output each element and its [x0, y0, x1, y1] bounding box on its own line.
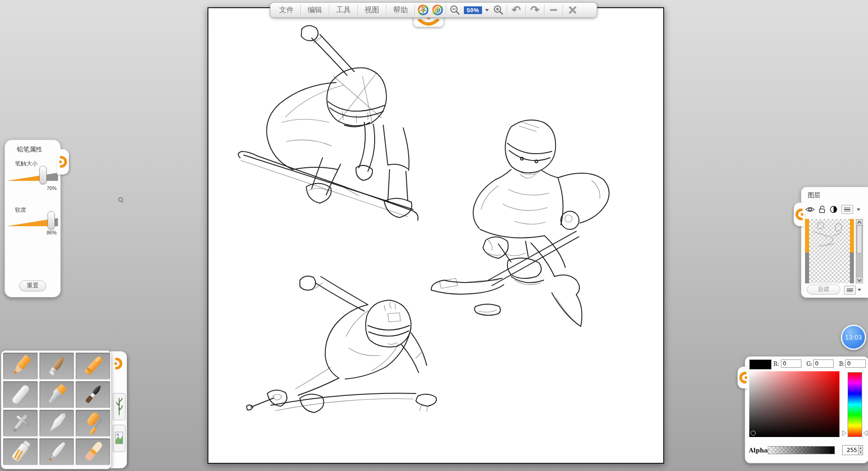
tool-palette-knife[interactable]	[39, 410, 74, 437]
blend-half-circle-icon[interactable]	[829, 205, 838, 214]
texture-preview-button[interactable]	[113, 425, 125, 452]
chevron-down-icon[interactable]	[857, 209, 860, 211]
tool-crayon[interactable]	[76, 353, 110, 379]
saturation-value-picker[interactable]	[749, 371, 839, 437]
layer-scrollbar[interactable]	[856, 219, 863, 283]
menu-tools[interactable]: 工具	[330, 3, 357, 17]
menu-view[interactable]: 视图	[359, 3, 385, 17]
wood-brush-icon	[39, 353, 74, 379]
undo-icon[interactable]: ↶	[508, 3, 525, 17]
tool-ink-pen[interactable]	[76, 381, 110, 408]
airbrush-icon	[3, 410, 38, 437]
visibility-eye-icon[interactable]	[805, 206, 815, 213]
tool-round-brush[interactable]	[39, 438, 74, 465]
softness-label: 软度	[15, 206, 26, 214]
globe-grid-icon[interactable]	[432, 3, 444, 17]
flat-brush-icon	[39, 382, 74, 408]
bamboo-icon	[115, 397, 123, 417]
tool-eraser[interactable]	[76, 438, 110, 465]
orange-handle-icon	[58, 155, 68, 168]
lock-icon[interactable]	[819, 205, 826, 214]
tool-pencil[interactable]	[3, 353, 38, 379]
layer-thumbnail[interactable]	[809, 219, 850, 283]
paint-tube-icon	[3, 439, 38, 465]
color-wheel-person-icon[interactable]	[417, 3, 429, 17]
close-icon[interactable]	[564, 3, 581, 17]
color-cursor-icon	[751, 431, 756, 436]
tool-wood-brush[interactable]	[39, 353, 74, 379]
zoom-level-value[interactable]: 50%	[464, 6, 482, 14]
white-stick-icon	[3, 382, 38, 408]
brush-size-slider-handle[interactable]	[39, 166, 47, 184]
hue-slider[interactable]	[848, 372, 862, 437]
sketch-sliding-athlete	[246, 276, 436, 413]
chevron-down-icon[interactable]	[858, 289, 861, 291]
scrollbar-thumb[interactable]	[857, 225, 862, 253]
new-layer-button[interactable]: 新建	[807, 285, 840, 295]
layer-menu-icon[interactable]	[841, 205, 853, 214]
menu-edit[interactable]: 编辑	[302, 3, 328, 17]
clock-time: 13:03	[845, 334, 862, 341]
orange-handle-icon[interactable]	[113, 357, 124, 370]
toolbar-separator	[563, 5, 563, 15]
blue-field[interactable]	[845, 359, 866, 368]
color-picker-panel: R: G: B: Alpha ▲ ▼	[745, 356, 868, 463]
alpha-gradient	[768, 447, 834, 454]
menu-help[interactable]: 帮助	[387, 3, 414, 17]
red-field[interactable]	[781, 359, 801, 368]
layer-bar-inactive	[805, 252, 809, 283]
layer-list	[805, 219, 863, 283]
palette-side-strip	[111, 351, 127, 468]
panel-title: 铅笔属性	[17, 146, 42, 154]
sketch-artwork	[208, 8, 663, 463]
menu-file[interactable]: 文件	[273, 3, 299, 17]
reset-button[interactable]: 重置	[19, 281, 46, 291]
panel-collapse-tab[interactable]	[738, 367, 748, 388]
scroll-up-icon[interactable]	[856, 219, 863, 225]
softness-slider-handle[interactable]	[48, 211, 55, 229]
drawing-canvas[interactable]	[207, 7, 664, 464]
main-toolbar: 文件 编辑 工具 视图 帮助 50%	[270, 2, 597, 18]
red-label: R:	[773, 361, 779, 367]
minimize-icon[interactable]	[545, 3, 562, 17]
zoom-out-icon[interactable]	[447, 3, 463, 17]
alpha-marker-icon[interactable]	[829, 450, 834, 454]
tool-paint-tube[interactable]	[3, 438, 38, 465]
layer-options-menu-icon[interactable]	[844, 286, 856, 295]
crayon-icon	[76, 353, 110, 379]
brush-size-slider[interactable]	[7, 170, 58, 181]
tool-airbrush[interactable]	[3, 410, 38, 437]
softness-slider[interactable]	[7, 215, 58, 226]
layers-panel: 图层	[801, 187, 868, 298]
current-color-swatch	[749, 359, 772, 369]
spin-down-icon[interactable]: ▼	[858, 451, 863, 455]
hue-marker-left-icon[interactable]	[842, 430, 847, 436]
hue-marker-right-icon[interactable]	[863, 430, 868, 436]
pencil-icon	[3, 353, 38, 379]
spin-up-icon[interactable]: ▲	[858, 446, 863, 451]
scroll-down-icon[interactable]	[856, 277, 863, 283]
redo-icon[interactable]: ↷	[527, 3, 543, 17]
toolbar-separator	[526, 5, 526, 15]
panel-collapse-tab[interactable]	[794, 203, 805, 226]
smile-icon	[418, 19, 439, 26]
zoom-dropdown-caret-icon[interactable]	[485, 9, 489, 11]
ink-pen-icon	[76, 382, 110, 408]
layer-bar-inactive	[850, 252, 854, 283]
bamboo-brush-preview-button[interactable]	[113, 393, 125, 420]
tool-paint-roller[interactable]	[76, 410, 110, 437]
alpha-value-field[interactable]	[843, 446, 858, 455]
tool-flat-brush[interactable]	[39, 381, 74, 408]
panel-collapse-tab[interactable]	[57, 149, 69, 175]
toolbar-separator	[415, 5, 415, 15]
tool-white-stick[interactable]	[3, 381, 38, 408]
green-field[interactable]	[813, 359, 834, 368]
zoom-in-icon[interactable]	[491, 3, 506, 17]
sketch-snowboarder	[238, 25, 418, 220]
blue-label: B:	[839, 361, 845, 367]
wedge-track	[7, 172, 58, 181]
brush-size-label: 笔触大小	[15, 160, 38, 168]
alpha-slider[interactable]	[768, 446, 835, 454]
softness-value: 86%	[47, 230, 57, 235]
alpha-spinner: ▲ ▼	[842, 445, 863, 455]
